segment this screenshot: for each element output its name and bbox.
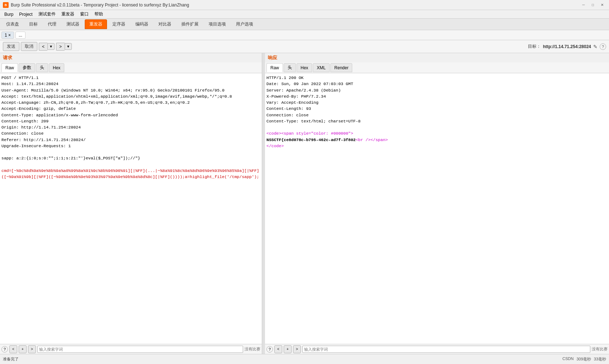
req-line-blank2 xyxy=(1,162,260,168)
tab-target[interactable]: 目标 xyxy=(24,19,42,29)
req-line-6: Accept-Encoding: gzip, deflate xyxy=(1,106,260,112)
request-next-match[interactable]: > xyxy=(28,345,36,353)
menu-bar: Burp Project 测试套件 重发器 窗口 帮助 xyxy=(0,10,609,19)
response-search-status: 没有比赛 xyxy=(592,346,608,352)
response-tab-hex[interactable]: Hex xyxy=(297,63,312,72)
menu-help[interactable]: 帮助 xyxy=(92,10,106,18)
resp-blank xyxy=(266,124,608,130)
prev-split: < ▼ xyxy=(39,43,55,51)
request-content[interactable]: POST / HTTP/1.1 Host: 1.14.71.254:28024 … xyxy=(0,73,262,344)
req-line-4: Accept: text/html,application/xhtml+xml,… xyxy=(1,93,260,99)
request-search-input[interactable] xyxy=(37,346,243,353)
prev-dropdown[interactable]: ▼ xyxy=(47,43,55,50)
tab-comparer[interactable]: 对比器 xyxy=(154,19,176,29)
request-search-help[interactable]: ? xyxy=(1,346,8,353)
request-panel: 请求 Raw 参数 头 Hex POST / HTTP/1.1 Host: 1.… xyxy=(0,53,262,354)
response-add-match[interactable]: + xyxy=(284,345,292,353)
menu-window[interactable]: 窗口 xyxy=(77,10,92,18)
app-icon: B xyxy=(3,2,9,8)
req-line-cmd: cmd=[~%9c%8d%9a%9e%8b%9a%a0%99%8a%91%9c%… xyxy=(1,168,260,180)
menu-repeater[interactable]: 重发器 xyxy=(59,10,77,18)
tab-repeater[interactable]: 重发器 xyxy=(85,19,107,29)
tab-decoder[interactable]: 编码器 xyxy=(131,19,153,29)
request-bottom-bar: ? < + > 没有比赛 xyxy=(0,344,262,354)
resp-body-line3: </code> xyxy=(266,143,608,149)
tab-sequencer[interactable]: 定序器 xyxy=(108,19,130,29)
target-info: 目标： http://1.14.71.254:28024 ✎ ? xyxy=(528,43,606,50)
request-add-match[interactable]: + xyxy=(19,345,27,353)
request-tab-headers[interactable]: 头 xyxy=(36,63,48,72)
resp-body-line1: <code><span style="color: #000000"> xyxy=(266,130,608,136)
tab-project-options[interactable]: 项目选项 xyxy=(204,19,231,29)
next-split: > ▼ xyxy=(56,43,72,51)
request-tab-hex[interactable]: Hex xyxy=(49,63,64,72)
resp-code-end: </code> xyxy=(266,144,284,148)
resp-line-3: Server: Apache/2.4.38 (Debian) xyxy=(266,87,608,93)
session-tab-1[interactable]: 1 × xyxy=(1,32,14,39)
tab-dashboard[interactable]: 仪表盘 xyxy=(1,19,24,29)
next-button[interactable]: > xyxy=(56,43,65,51)
req-line-10: Connection: close xyxy=(1,130,260,136)
response-content[interactable]: HTTP/1.1 200 OK Date: Sun, 09 Jan 2022 0… xyxy=(265,73,609,344)
response-next-match[interactable]: > xyxy=(293,345,301,353)
send-button[interactable]: 发送 xyxy=(3,42,19,51)
req-line-7: Content-Type: application/x-www-form-url… xyxy=(1,112,260,118)
response-bottom-bar: ? < + > 没有比赛 xyxy=(265,344,609,354)
main-content: 请求 Raw 参数 头 Hex POST / HTTP/1.1 Host: 1.… xyxy=(0,53,609,354)
resp-line-5: Vary: Accept-Encoding xyxy=(266,99,608,106)
tab-extender[interactable]: 插件扩展 xyxy=(177,19,203,29)
resp-line-7: Connection: close xyxy=(266,112,608,118)
req-line-sapp: sapp: a:2:{i:0;s:0:"";i:1;s:21:"'}eval($… xyxy=(1,155,260,161)
response-search-help[interactable]: ? xyxy=(266,346,273,353)
help-icon[interactable]: ? xyxy=(600,43,606,50)
request-tabs: Raw 参数 头 Hex xyxy=(0,62,262,73)
maximize-button[interactable]: □ xyxy=(589,2,597,8)
resp-code-tag: <code> xyxy=(266,131,281,136)
response-tab-headers[interactable]: 头 xyxy=(284,63,296,72)
response-panel: 响应 Raw 头 Hex XML Render HTTP/1.1 200 OK … xyxy=(265,53,609,354)
menu-burp[interactable]: Burp xyxy=(1,11,16,18)
response-prev-match[interactable]: < xyxy=(274,345,282,353)
resp-style-val: "color: #000000" xyxy=(311,131,350,136)
status-time1: 309毫秒 xyxy=(576,356,591,362)
menu-test-suite[interactable]: 测试套件 xyxy=(36,10,59,18)
tab-proxy[interactable]: 代理 xyxy=(43,19,61,29)
tab-bar: 仪表盘 目标 代理 测试器 重发器 定序器 编码器 对比器 插件扩展 项目选项 … xyxy=(0,19,609,30)
panel-divider[interactable] xyxy=(262,53,265,354)
menu-project[interactable]: Project xyxy=(16,11,35,18)
req-line-12: Upgrade-Insecure-Requests: 1 xyxy=(1,143,260,149)
request-prev-match[interactable]: < xyxy=(9,345,17,353)
cancel-button[interactable]: 取消 xyxy=(21,42,37,51)
resp-span-end: </span> xyxy=(371,137,388,142)
resp-body-line2: NSSCTF{ce8d078c-b795-462c-ad7f-3f802<br … xyxy=(266,137,608,143)
target-prefix: 目标： xyxy=(528,43,541,50)
resp-line-6: Content-Length: 93 xyxy=(266,106,608,112)
request-tab-raw[interactable]: Raw xyxy=(1,63,18,72)
req-line-8: Content-Length: 209 xyxy=(1,118,260,124)
response-search-input[interactable] xyxy=(302,346,590,353)
request-label: 请求 xyxy=(0,53,262,62)
response-tab-xml[interactable]: XML xyxy=(313,63,330,72)
resp-line-1: HTTP/1.1 200 OK xyxy=(266,75,608,81)
close-button[interactable]: ✕ xyxy=(598,2,606,8)
next-dropdown[interactable]: ▼ xyxy=(65,43,72,50)
response-label: 响应 xyxy=(265,53,609,62)
edit-target-icon[interactable]: ✎ xyxy=(593,44,598,50)
prev-button[interactable]: < xyxy=(39,43,47,51)
req-line-1: POST / HTTP/1.1 xyxy=(1,75,260,81)
response-tab-render[interactable]: Render xyxy=(330,63,352,72)
resp-style-attr: style= xyxy=(296,131,311,136)
resp-line-2: Date: Sun, 09 Jan 2022 07:03:03 GMT xyxy=(266,81,608,87)
toolbar: 发送 取消 < ▼ > ▼ 目标： http://1.14.71.254:280… xyxy=(0,40,609,53)
request-tab-params[interactable]: 参数 xyxy=(19,63,35,72)
status-text: 准备完了 xyxy=(3,356,562,362)
response-tab-raw[interactable]: Raw xyxy=(266,63,283,72)
response-tabs: Raw 头 Hex XML Render xyxy=(265,62,609,73)
minimize-button[interactable]: ─ xyxy=(580,2,587,8)
session-bar: 1 × ... xyxy=(0,30,609,40)
status-csdn: CSDN xyxy=(562,356,573,362)
req-line-9: Origin: http://1.14.71.254:28024 xyxy=(1,124,260,130)
tab-user-options[interactable]: 用户选项 xyxy=(231,19,258,29)
tab-intruder[interactable]: 测试器 xyxy=(62,19,84,29)
session-more[interactable]: ... xyxy=(15,32,25,39)
